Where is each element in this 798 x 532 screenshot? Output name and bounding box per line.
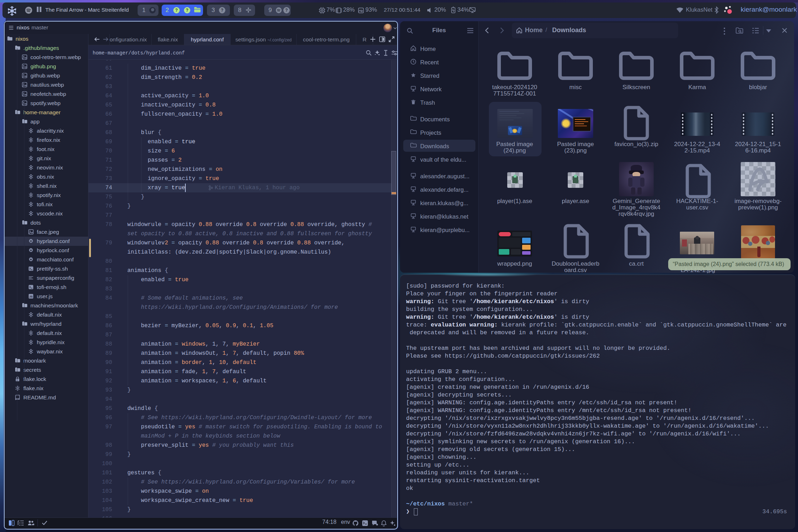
svg-text:JS: JS [29,295,33,298]
